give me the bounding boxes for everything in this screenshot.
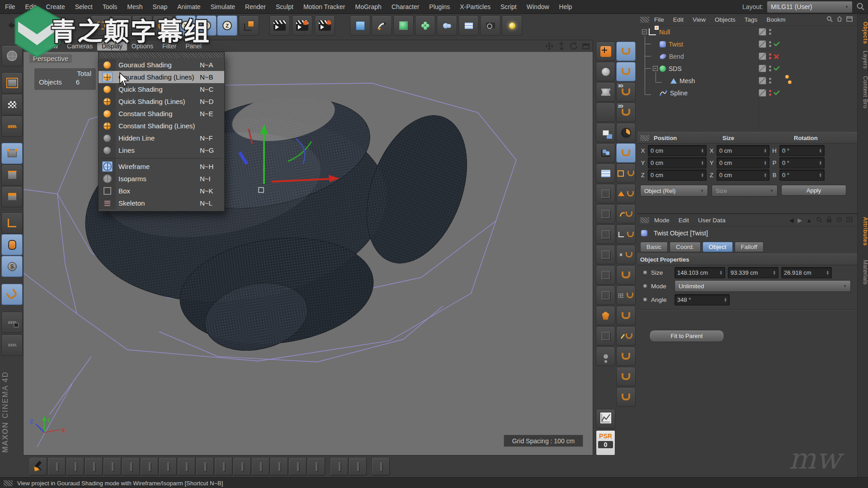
visibility-dots[interactable] — [769, 41, 771, 47]
snap-x-button[interactable]: × — [616, 245, 636, 264]
visibility-dots[interactable] — [769, 90, 771, 96]
panel-icon[interactable] — [846, 16, 853, 23]
size-mode-dropdown[interactable]: Size▼ — [712, 185, 778, 197]
position-x-field[interactable]: 0 cm▲▼ — [648, 145, 707, 156]
move-pad-button[interactable] — [596, 42, 615, 61]
menu-mesh[interactable]: Mesh — [122, 3, 147, 10]
menu-tools[interactable]: Tools — [98, 3, 123, 10]
object-row-spline[interactable]: Spline — [637, 87, 857, 99]
sphere-points-button[interactable] — [596, 62, 615, 81]
panel-grip[interactable] — [640, 135, 649, 141]
cube-primitive-button[interactable] — [350, 15, 370, 36]
om-menu-edit[interactable]: Edit — [669, 16, 688, 23]
window-tool-button[interactable] — [372, 457, 390, 476]
grid-table-button[interactable] — [596, 164, 615, 183]
size-z-field[interactable]: 26.918 cm▲▼ — [781, 267, 832, 278]
snap-grid-button[interactable] — [616, 286, 636, 305]
tab-falloff[interactable]: Falloff — [735, 242, 764, 252]
statusbar-grip[interactable] — [4, 480, 13, 486]
visibility-dots[interactable] — [769, 53, 771, 59]
om-menu-tags[interactable]: Tags — [741, 16, 762, 23]
slider-panel-button[interactable] — [596, 204, 615, 224]
stepper-icon[interactable]: ▲▼ — [701, 173, 704, 178]
gray-square-button[interactable] — [596, 326, 615, 346]
weld-button[interactable] — [270, 457, 288, 476]
side-tab-materials[interactable]: Materials — [858, 260, 868, 285]
matrix-button[interactable] — [177, 457, 196, 476]
snap-2d-button[interactable]: 2D — [616, 103, 636, 122]
display-menu-item-wireframe[interactable]: WireframeN~H — [99, 160, 224, 173]
autoswitch-mode-button[interactable]: S — [1, 256, 23, 277]
layer-toggle-icon[interactable] — [759, 40, 766, 48]
history-back-icon[interactable]: ◀ — [789, 217, 793, 224]
menu-character[interactable]: Character — [387, 3, 424, 10]
gray-panel-button[interactable] — [596, 184, 615, 203]
snap-triangle-button[interactable] — [616, 184, 636, 203]
object-row-bend[interactable]: Bend — [637, 50, 857, 62]
visibility-dots[interactable] — [769, 66, 771, 71]
smooth-shift-button[interactable] — [196, 457, 214, 476]
stepper-icon[interactable]: ▲▼ — [819, 160, 822, 165]
stepper-icon[interactable]: ▲▼ — [819, 173, 822, 178]
snap-pen-button[interactable] — [616, 326, 636, 346]
radio-icon[interactable] — [642, 269, 648, 276]
object-row-null[interactable]: −0Null — [637, 26, 857, 38]
render-picture-viewer-button[interactable] — [292, 15, 312, 36]
snap-clock-button[interactable] — [616, 123, 636, 142]
snap-mid-button[interactable] — [616, 265, 636, 285]
edges-mode-button[interactable] — [1, 164, 23, 186]
cube-array-button[interactable] — [596, 82, 615, 102]
dots-grid-button[interactable] — [596, 245, 615, 264]
snap-person-button[interactable] — [616, 306, 636, 325]
snap-spline-button[interactable] — [616, 204, 636, 224]
object-row-mesh[interactable]: Mesh — [637, 75, 857, 87]
search-icon[interactable] — [816, 216, 822, 224]
subdivision-surface-button[interactable] — [393, 15, 414, 36]
snap-spiral-button[interactable] — [616, 387, 636, 407]
size-y-field[interactable]: 93.339 cm▲▼ — [728, 267, 778, 278]
display-menu-item-isoparms[interactable]: IsoparmsN~I — [99, 173, 224, 185]
menu-select[interactable]: Select — [70, 3, 98, 10]
tag-icons[interactable] — [785, 78, 792, 84]
display-menu-item-hidden-line[interactable]: Hidden LineN~F — [99, 132, 224, 144]
stitch-button[interactable] — [251, 457, 270, 476]
rotation-b-field[interactable]: 0 °▲▼ — [779, 169, 825, 181]
tab-coord[interactable]: Coord. — [670, 242, 701, 252]
display-menu-item-constant-shading-lines-[interactable]: Constant Shading (Lines) — [99, 120, 224, 132]
scale-y-field[interactable]: 0 cm▲▼ — [717, 157, 769, 169]
polygons-mode-button[interactable] — [1, 186, 23, 207]
position-y-field[interactable]: 0 cm▲▼ — [648, 157, 707, 169]
stepper-icon[interactable]: ▲▼ — [819, 148, 822, 153]
slider-tool-button[interactable] — [330, 457, 349, 476]
tab-basic[interactable]: Basic — [640, 242, 668, 252]
points-mode-button[interactable] — [1, 143, 23, 164]
attr-menu-edit[interactable]: Edit — [675, 217, 693, 224]
render-settings-button[interactable] — [315, 15, 335, 36]
enabled-check-icon[interactable] — [774, 89, 779, 95]
snap-axis-button[interactable] — [616, 225, 636, 244]
stepper-icon[interactable]: ▲▼ — [720, 270, 722, 275]
layer-toggle-icon[interactable] — [759, 89, 766, 97]
display-menu-item-constant-shading[interactable]: Constant ShadingN~E — [99, 108, 224, 120]
angle-field[interactable]: 348 °▲▼ — [675, 294, 730, 305]
apply-button[interactable]: Apply — [781, 185, 846, 196]
light-button[interactable] — [502, 15, 522, 36]
axis-mode-button[interactable] — [1, 212, 23, 234]
display-menu-item-skeleton[interactable]: SkeletonN~L — [99, 197, 224, 209]
search-icon[interactable] — [826, 16, 833, 23]
snap-dots-button[interactable] — [616, 367, 636, 386]
menu-animate[interactable]: Animate — [172, 3, 205, 10]
scale-z-field[interactable]: 0 cm▲▼ — [717, 169, 769, 181]
attr-menu-mode[interactable]: Mode — [650, 217, 674, 224]
fit-to-parent-button[interactable]: Fit to Parent — [649, 330, 724, 342]
snap-toggle-button[interactable] — [1, 284, 23, 305]
stepper-icon[interactable]: ▲▼ — [764, 160, 767, 165]
home-icon[interactable] — [836, 16, 843, 23]
size-x-field[interactable]: 148.103 cm▲▼ — [675, 267, 725, 278]
visibility-dots[interactable] — [769, 29, 771, 35]
snap-line-button[interactable] — [616, 347, 636, 366]
object-row-sds[interactable]: −SDS — [637, 62, 857, 75]
dots-grid-button[interactable] — [596, 265, 615, 285]
om-menu-view[interactable]: View — [689, 16, 710, 23]
render-view-button[interactable] — [269, 15, 290, 36]
